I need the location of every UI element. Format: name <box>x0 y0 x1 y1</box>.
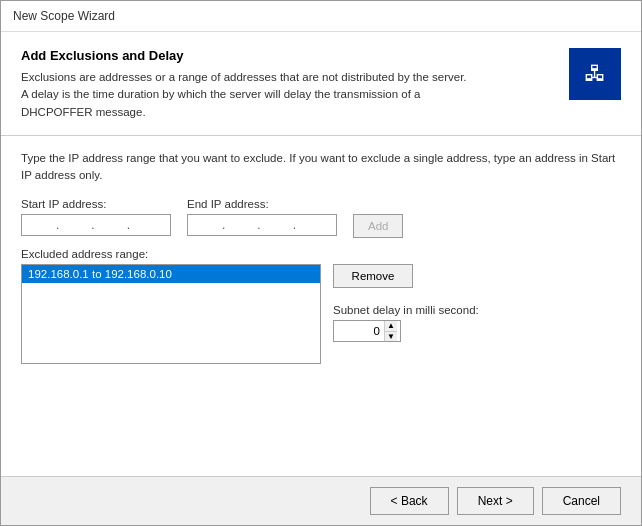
network-icon: 🖧 <box>584 63 606 85</box>
subnet-delay-section: Subnet delay in milli second: ▲ ▼ <box>333 304 479 342</box>
start-ip-octet1[interactable] <box>26 219 54 231</box>
header-title: Add Exclusions and Delay <box>21 48 557 63</box>
start-ip-group: Start IP address: . . . <box>21 198 171 236</box>
subnet-delay-input[interactable] <box>334 321 384 341</box>
footer: < Back Next > Cancel <box>1 476 641 525</box>
end-ip-octet3[interactable] <box>263 219 291 231</box>
content-area: Add Exclusions and Delay Exclusions are … <box>1 32 641 476</box>
ip-range-row: Start IP address: . . . End IP address: … <box>21 198 621 238</box>
excluded-list-row: 192.168.0.1 to 192.168.0.10 Remove Subne… <box>21 264 621 364</box>
wizard-window: New Scope Wizard Add Exclusions and Dela… <box>0 0 642 526</box>
end-ip-label: End IP address: <box>187 198 337 210</box>
end-ip-octet2[interactable] <box>227 219 255 231</box>
header-description: Exclusions are addresses or a range of a… <box>21 69 557 121</box>
end-ip-octet4[interactable] <box>298 219 326 231</box>
start-ip-label: Start IP address: <box>21 198 171 210</box>
window-title: New Scope Wizard <box>13 9 115 23</box>
header-text: Add Exclusions and Delay Exclusions are … <box>21 48 557 121</box>
divider <box>1 135 641 136</box>
start-ip-octet3[interactable] <box>97 219 125 231</box>
end-ip-input-group[interactable]: . . . <box>187 214 337 236</box>
subnet-delay-spinner[interactable]: ▲ ▼ <box>333 320 401 342</box>
wizard-icon: 🖧 <box>569 48 621 100</box>
excluded-section: Excluded address range: 192.168.0.1 to 1… <box>21 248 621 364</box>
cancel-button[interactable]: Cancel <box>542 487 621 515</box>
start-ip-input-group[interactable]: . . . <box>21 214 171 236</box>
start-ip-octet4[interactable] <box>132 219 160 231</box>
excluded-address-list[interactable]: 192.168.0.1 to 192.168.0.10 <box>21 264 321 364</box>
title-bar: New Scope Wizard <box>1 1 641 32</box>
add-button[interactable]: Add <box>353 214 403 238</box>
excluded-label: Excluded address range: <box>21 248 621 260</box>
end-ip-octet1[interactable] <box>192 219 220 231</box>
list-item[interactable]: 192.168.0.1 to 192.168.0.10 <box>22 265 320 283</box>
spin-buttons: ▲ ▼ <box>384 321 397 341</box>
instruction-text: Type the IP address range that you want … <box>21 150 621 185</box>
next-button[interactable]: Next > <box>457 487 534 515</box>
list-actions: Remove Subnet delay in milli second: ▲ ▼ <box>333 264 479 342</box>
header-section: Add Exclusions and Delay Exclusions are … <box>21 48 621 121</box>
start-ip-octet2[interactable] <box>61 219 89 231</box>
back-button[interactable]: < Back <box>370 487 449 515</box>
spin-up-button[interactable]: ▲ <box>385 321 397 332</box>
spin-down-button[interactable]: ▼ <box>385 332 397 342</box>
end-ip-group: End IP address: . . . <box>187 198 337 236</box>
subnet-delay-label: Subnet delay in milli second: <box>333 304 479 316</box>
remove-button[interactable]: Remove <box>333 264 413 288</box>
